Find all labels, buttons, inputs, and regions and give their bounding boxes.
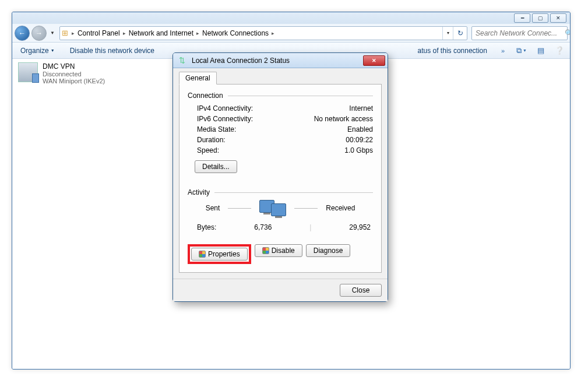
search-box[interactable]: 🔍 <box>471 26 568 40</box>
crumb-arrow-icon: ▸ <box>270 30 276 36</box>
connection-status-dialog: ⇅ Local Area Connection 2 Status ✕ Gener… <box>172 52 388 302</box>
refresh-button[interactable]: ↻ <box>453 27 467 40</box>
tab-page: Connection IPv4 Connectivity:Internet IP… <box>179 84 382 273</box>
search-icon: 🔍 <box>565 29 571 37</box>
close-window-button[interactable]: ✕ <box>550 13 566 23</box>
disable-button[interactable]: Disable <box>255 244 302 257</box>
duration-value: 00:09:22 <box>346 136 373 144</box>
dialog-title: Local Area Connection 2 Status <box>192 57 363 65</box>
organize-menu[interactable]: Organize▼ <box>16 44 59 57</box>
ipv6-value: No network access <box>314 115 373 123</box>
minimize-button[interactable]: ━ <box>514 13 530 23</box>
address-dropdown[interactable]: ▾ <box>442 27 453 40</box>
connection-detail: WAN Miniport (IKEv2) <box>43 78 105 85</box>
connection-name: DMC VPN <box>43 62 105 71</box>
sent-label: Sent <box>206 204 220 212</box>
bytes-label: Bytes: <box>197 223 216 231</box>
speed-label: Speed: <box>197 146 219 154</box>
duration-label: Duration: <box>197 136 226 144</box>
connection-status: Disconnected <box>43 71 105 78</box>
forward-button[interactable]: → <box>31 26 47 41</box>
shield-icon <box>199 251 206 258</box>
navbar: ← → ▼ ⊞ ▸ Control Panel▸ Network and Int… <box>12 24 570 43</box>
activity-group-label: Activity <box>188 188 210 196</box>
window-chrome: ━ ▢ ✕ <box>12 12 570 24</box>
crumb-arrow-icon: ▸ <box>195 30 200 36</box>
network-icon: ⇅ <box>179 56 188 65</box>
shield-icon <box>262 247 269 254</box>
change-view-button[interactable]: ⧉▼ <box>514 45 529 57</box>
tab-general[interactable]: General <box>179 72 217 85</box>
diagnose-button[interactable]: Diagnose <box>306 244 351 257</box>
network-connections-window: ━ ▢ ✕ ← → ▼ ⊞ ▸ Control Panel▸ Network a… <box>12 12 571 370</box>
media-state-label: Media State: <box>197 125 236 133</box>
folder-icon: ⊞ <box>60 29 71 37</box>
bytes-sent-value: 6,736 <box>254 223 272 231</box>
preview-pane-button[interactable]: ▤ <box>535 45 547 56</box>
bytes-received-value: 29,952 <box>349 223 371 231</box>
connection-group-label: Connection <box>188 92 223 100</box>
nav-history-dropdown[interactable]: ▼ <box>48 30 57 36</box>
speed-value: 1.0 Gbps <box>344 146 373 154</box>
dialog-close-button[interactable]: ✕ <box>363 55 385 66</box>
close-button[interactable]: Close <box>340 284 382 297</box>
ipv4-label: IPv4 Connectivity: <box>197 104 253 112</box>
properties-label: Properties <box>208 250 240 258</box>
help-button[interactable]: ❔ <box>552 45 566 56</box>
crumb-arrow-icon: ▸ <box>71 30 76 36</box>
organize-label: Organize <box>20 47 49 55</box>
maximize-button[interactable]: ▢ <box>532 13 548 23</box>
more-commands-button[interactable]: » <box>498 47 508 54</box>
properties-button[interactable]: Properties <box>191 248 248 261</box>
back-button[interactable]: ← <box>15 26 30 41</box>
address-bar[interactable]: ⊞ ▸ Control Panel▸ Network and Internet▸… <box>59 26 467 40</box>
view-status-partial[interactable]: atus of this connection <box>418 44 492 57</box>
received-label: Received <box>326 204 355 212</box>
crumb-control-panel[interactable]: Control Panel <box>76 29 122 37</box>
search-input[interactable] <box>474 29 565 38</box>
crumb-network-internet[interactable]: Network and Internet <box>127 29 195 37</box>
disable-label: Disable <box>272 247 295 255</box>
details-button[interactable]: Details... <box>195 160 237 173</box>
crumb-network-connections[interactable]: Network Connections <box>200 29 270 37</box>
disable-device-button[interactable]: Disable this network device <box>65 44 159 57</box>
properties-highlight: Properties <box>188 244 251 264</box>
ipv4-value: Internet <box>349 104 373 112</box>
dialog-titlebar[interactable]: ⇅ Local Area Connection 2 Status ✕ <box>173 53 388 68</box>
media-state-value: Enabled <box>347 125 373 133</box>
crumb-arrow-icon: ▸ <box>122 30 127 36</box>
activity-icon <box>259 200 286 216</box>
ipv6-label: IPv6 Connectivity: <box>197 115 253 123</box>
connection-icon <box>18 62 38 82</box>
